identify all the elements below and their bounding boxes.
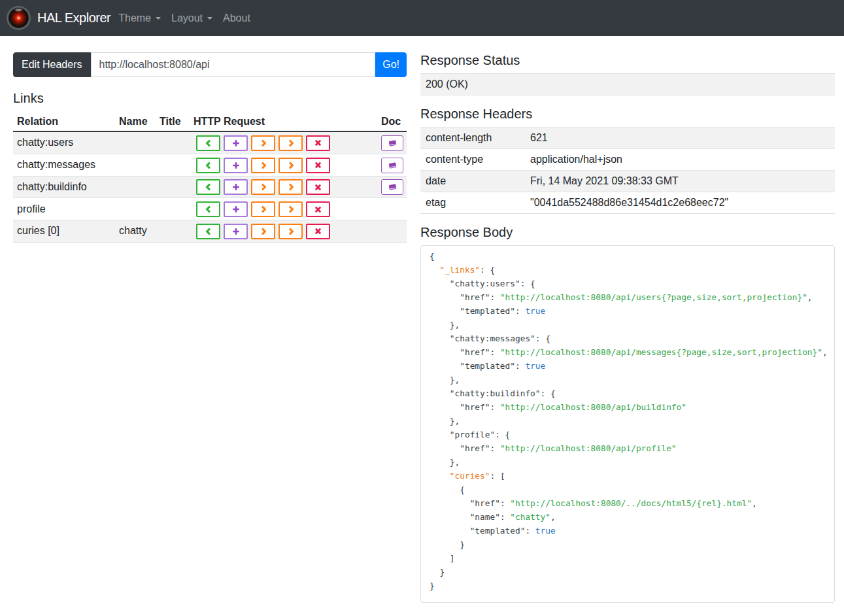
patch-request-button[interactable]: [279, 135, 303, 151]
request-bar: Edit Headers Go!: [13, 52, 407, 77]
nav-item-layout[interactable]: Layout: [166, 7, 218, 29]
header-name-cell: etag: [420, 192, 525, 214]
put-request-button[interactable]: [251, 224, 275, 239]
chevron-right-icon: [287, 162, 295, 169]
title-cell: [156, 176, 190, 198]
response-headers-heading: Response Headers: [420, 106, 835, 122]
header-value-cell: Fri, 14 May 2021 09:38:33 GMT: [525, 171, 835, 192]
get-request-button[interactable]: [196, 224, 220, 239]
chevron-right-icon: [260, 162, 267, 169]
plus-icon: [232, 139, 240, 147]
header-value-cell: 621: [525, 128, 835, 149]
patch-request-button[interactable]: [279, 201, 303, 217]
chevron-left-icon: [205, 162, 212, 169]
response-status-heading: Response Status: [420, 52, 835, 68]
col-header-http-request: HTTP Request: [190, 111, 373, 131]
name-cell: [115, 154, 156, 176]
x-icon: [314, 162, 322, 169]
patch-request-button[interactable]: [279, 179, 303, 195]
get-request-button[interactable]: [196, 135, 220, 151]
links-heading: Links: [13, 90, 407, 106]
patch-request-button[interactable]: [279, 158, 303, 173]
url-input[interactable]: [91, 52, 376, 77]
relation-cell: chatty:messages: [13, 154, 115, 176]
relation-cell: profile: [13, 198, 115, 220]
doc-cell: [373, 198, 407, 220]
response-header-row: dateFri, 14 May 2021 09:38:33 GMT: [420, 171, 835, 192]
response-header-row: content-length621: [420, 128, 835, 149]
book-icon: [388, 182, 397, 192]
name-cell: chatty: [115, 220, 156, 243]
delete-request-button[interactable]: [306, 179, 330, 195]
delete-request-button[interactable]: [306, 224, 330, 239]
response-header-row: content-typeapplication/hal+json: [420, 149, 835, 171]
patch-request-button[interactable]: [279, 224, 303, 239]
doc-button[interactable]: [381, 179, 403, 195]
doc-button[interactable]: [381, 135, 403, 151]
title-cell: [156, 198, 190, 220]
col-header-name: Name: [115, 111, 156, 131]
link-row: chatty:buildinfo: [13, 176, 407, 198]
link-row: curies [0]chatty: [13, 220, 407, 243]
right-column: Response Status 200 (OK) Response Header…: [420, 52, 835, 603]
col-header-relation: Relation: [13, 111, 115, 131]
post-request-button[interactable]: [224, 224, 248, 239]
title-cell: [156, 220, 190, 243]
title-cell: [156, 131, 190, 154]
plus-icon: [232, 228, 240, 235]
delete-request-button[interactable]: [306, 158, 330, 173]
doc-button[interactable]: [381, 158, 403, 173]
chevron-right-icon: [287, 183, 295, 191]
col-header-doc: Doc: [373, 111, 407, 131]
post-request-button[interactable]: [224, 158, 248, 173]
header-name-cell: content-length: [420, 128, 525, 149]
edit-headers-button[interactable]: Edit Headers: [13, 52, 91, 77]
book-icon: [388, 161, 397, 170]
delete-request-button[interactable]: [306, 135, 330, 151]
name-cell: [115, 198, 156, 220]
get-request-button[interactable]: [196, 179, 220, 195]
get-request-button[interactable]: [196, 158, 220, 173]
x-icon: [314, 206, 322, 213]
response-body-heading: Response Body: [420, 224, 835, 240]
put-request-button[interactable]: [251, 201, 275, 217]
book-icon: [388, 139, 397, 148]
relation-cell: chatty:buildinfo: [13, 176, 115, 198]
x-icon: [314, 139, 322, 146]
response-body-json: { "_links": { "chatty:users": { "href": …: [420, 245, 835, 603]
chevron-right-icon: [260, 205, 267, 213]
put-request-button[interactable]: [251, 135, 275, 151]
plus-icon: [232, 162, 240, 169]
go-button[interactable]: Go!: [375, 52, 407, 77]
link-row: profile: [13, 198, 407, 220]
chevron-left-icon: [205, 205, 212, 213]
nav-item-about[interactable]: About: [218, 7, 256, 29]
http-request-cell: [190, 220, 373, 243]
relation-cell: curies [0]: [13, 220, 115, 243]
put-request-button[interactable]: [251, 158, 275, 173]
plus-icon: [232, 205, 240, 213]
chevron-right-icon: [260, 139, 267, 147]
chevron-right-icon: [260, 183, 267, 191]
chevron-right-icon: [287, 139, 295, 147]
chevron-left-icon: [205, 183, 212, 191]
get-request-button[interactable]: [196, 201, 220, 217]
post-request-button[interactable]: [224, 179, 248, 195]
post-request-button[interactable]: [224, 135, 248, 151]
link-row: chatty:users: [13, 131, 407, 154]
delete-request-button[interactable]: [306, 201, 330, 217]
left-column: Edit Headers Go! Links Relation Name Tit…: [13, 52, 407, 243]
response-headers-table: content-length621content-typeapplication…: [420, 127, 835, 214]
chevron-left-icon: [205, 139, 212, 147]
x-icon: [314, 228, 322, 235]
put-request-button[interactable]: [251, 179, 275, 195]
header-name-cell: content-type: [420, 149, 525, 171]
doc-cell: [373, 220, 407, 243]
response-status-value: 200 (OK): [420, 74, 835, 95]
response-status-table: 200 (OK): [420, 73, 835, 95]
chevron-right-icon: [260, 228, 267, 235]
post-request-button[interactable]: [224, 201, 248, 217]
nav-item-theme[interactable]: Theme: [113, 7, 166, 29]
app-title: HAL Explorer: [37, 10, 110, 26]
hal-eye-logo: [7, 6, 31, 30]
